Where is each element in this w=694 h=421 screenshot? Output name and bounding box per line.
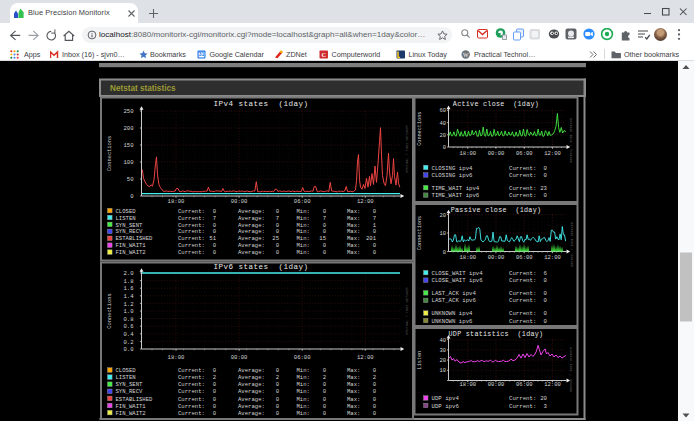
svg-text:Current:: Current: <box>509 297 536 304</box>
svg-text:18:00: 18:00 <box>460 254 477 261</box>
svg-text:40: 40 <box>439 119 446 126</box>
svg-text:Connections: Connections <box>107 135 113 171</box>
svg-text:00:00: 00:00 <box>488 254 505 261</box>
svg-text:1.0: 1.0 <box>123 308 134 315</box>
svg-text:Current:: Current: <box>509 164 536 171</box>
svg-text:Current:: Current: <box>178 402 205 409</box>
svg-text:0.8: 0.8 <box>123 315 133 322</box>
svg-text:Max:: Max: <box>347 374 360 381</box>
svg-text:RRDTOOL / TOBI OETIKER: RRDTOOL / TOBI OETIKER <box>405 124 409 172</box>
svg-text:IPv6 states (1day): IPv6 states (1day) <box>213 263 308 271</box>
svg-text:Netstat statistics: Netstat statistics <box>110 84 176 93</box>
svg-text:Average:: Average: <box>238 402 265 409</box>
svg-text:Current:: Current: <box>509 269 536 276</box>
svg-text:SYN_RECV: SYN_RECV <box>116 388 143 395</box>
svg-text:Current:: Current: <box>509 192 536 199</box>
svg-text:Max:: Max: <box>347 381 360 388</box>
svg-text:1.2: 1.2 <box>123 300 133 307</box>
svg-text:60: 60 <box>439 107 446 114</box>
svg-text:12:00: 12:00 <box>357 198 374 205</box>
svg-text:Connections: Connections <box>417 215 423 249</box>
svg-text:LAST_ACK ipv6: LAST_ACK ipv6 <box>432 297 477 304</box>
svg-text:12:00: 12:00 <box>357 353 374 360</box>
svg-text:Current:: Current: <box>178 249 205 256</box>
svg-text:Current:: Current: <box>178 381 205 388</box>
svg-text:0: 0 <box>544 172 548 179</box>
svg-text:06:00: 06:00 <box>516 254 533 261</box>
svg-text:CLOSE_WAIT ipv4: CLOSE_WAIT ipv4 <box>432 269 484 276</box>
svg-text:00:00: 00:00 <box>231 198 248 205</box>
svg-text:RRDTOOL / TOBI OETIKER: RRDTOOL / TOBI OETIKER <box>570 222 574 267</box>
svg-text:Current:: Current: <box>509 277 536 284</box>
svg-text:Average:: Average: <box>238 367 265 374</box>
svg-text:Min:: Min: <box>297 249 310 256</box>
svg-text:Current:: Current: <box>509 402 536 409</box>
svg-text:20: 20 <box>540 395 547 402</box>
svg-text:Min:: Min: <box>297 388 310 395</box>
svg-text:ESTABLISHED: ESTABLISHED <box>116 395 154 402</box>
svg-text:Connections: Connections <box>107 293 113 329</box>
svg-text:0.4: 0.4 <box>123 330 134 337</box>
svg-text:Min:: Min: <box>297 374 310 381</box>
svg-text:0: 0 <box>544 277 548 284</box>
svg-text:250: 250 <box>123 108 134 115</box>
svg-text:C: C <box>321 50 326 57</box>
svg-text:20: 20 <box>439 211 446 218</box>
svg-text:CLOSED: CLOSED <box>116 367 137 374</box>
svg-text:RRDTOOL / TOBI OETIKER: RRDTOOL / TOBI OETIKER <box>570 118 574 163</box>
svg-text:UNKNOWN ipv4: UNKNOWN ipv4 <box>432 310 474 317</box>
svg-text:20: 20 <box>439 131 446 138</box>
svg-text:Average:: Average: <box>238 388 265 395</box>
svg-text:0: 0 <box>544 310 548 317</box>
svg-text:0: 0 <box>544 164 548 171</box>
svg-text:Current:: Current: <box>178 388 205 395</box>
svg-text:0.6: 0.6 <box>123 323 133 330</box>
svg-text:Listen: Listen <box>417 350 423 369</box>
svg-text:FIN_WAIT2: FIN_WAIT2 <box>116 409 146 416</box>
svg-text:CLOSING ipv4: CLOSING ipv4 <box>432 164 474 171</box>
svg-text:Average:: Average: <box>238 249 265 256</box>
svg-text:CLOSING ipv6: CLOSING ipv6 <box>432 172 474 179</box>
svg-text:SYN_SENT: SYN_SENT <box>116 381 143 388</box>
svg-text:2: 2 <box>323 374 326 381</box>
svg-text:06:00: 06:00 <box>294 353 311 360</box>
svg-text:30: 30 <box>439 346 446 353</box>
svg-text:UDP ipv4: UDP ipv4 <box>432 395 460 402</box>
svg-text:Min:: Min: <box>297 381 310 388</box>
svg-text:Active close (1day): Active close (1day) <box>453 99 539 107</box>
svg-text:TIME_WAIT ipv4: TIME_WAIT ipv4 <box>432 184 480 191</box>
svg-text:0.2: 0.2 <box>123 338 133 345</box>
svg-text:Current:: Current: <box>178 374 205 381</box>
svg-text:Average:: Average: <box>238 395 265 402</box>
svg-text:31: 31 <box>199 51 205 57</box>
svg-text:FIN_WAIT1: FIN_WAIT1 <box>116 402 147 409</box>
svg-text:3: 3 <box>544 402 548 409</box>
svg-text:00:00: 00:00 <box>231 353 248 360</box>
svg-text:Min:: Min: <box>297 367 310 374</box>
svg-text:18:00: 18:00 <box>168 198 185 205</box>
svg-text:LISTEN: LISTEN <box>116 374 136 381</box>
svg-text:50: 50 <box>127 176 134 183</box>
svg-text:00:00: 00:00 <box>488 149 505 156</box>
svg-text:RRDTOOL / TOBI OETIKER: RRDTOOL / TOBI OETIKER <box>405 286 409 334</box>
svg-text:06:00: 06:00 <box>516 381 533 388</box>
svg-text:20: 20 <box>439 357 446 364</box>
svg-text:Current:: Current: <box>509 172 536 179</box>
svg-text:W: W <box>463 51 469 57</box>
svg-text:Max:: Max: <box>347 249 360 256</box>
svg-text:Min:: Min: <box>297 395 310 402</box>
svg-text:FIN_WAIT2: FIN_WAIT2 <box>116 249 146 256</box>
svg-text:Min:: Min: <box>297 402 310 409</box>
svg-text:2.0: 2.0 <box>123 270 134 277</box>
svg-text:200: 200 <box>123 125 134 132</box>
svg-text:Max:: Max: <box>347 388 360 395</box>
svg-text:Max:: Max: <box>347 395 360 402</box>
svg-text:RRDTOOL / TOBI OETIKER: RRDTOOL / TOBI OETIKER <box>570 347 574 392</box>
svg-text:Current:: Current: <box>178 409 205 416</box>
svg-text:150: 150 <box>123 142 134 149</box>
svg-text:UDP ipv6: UDP ipv6 <box>432 402 460 409</box>
svg-text:Current:: Current: <box>178 367 205 374</box>
svg-text:TIME_WAIT ipv6: TIME_WAIT ipv6 <box>432 192 480 199</box>
svg-text:Min:: Min: <box>297 409 310 416</box>
svg-text:Passive close (1day): Passive close (1day) <box>451 206 542 214</box>
